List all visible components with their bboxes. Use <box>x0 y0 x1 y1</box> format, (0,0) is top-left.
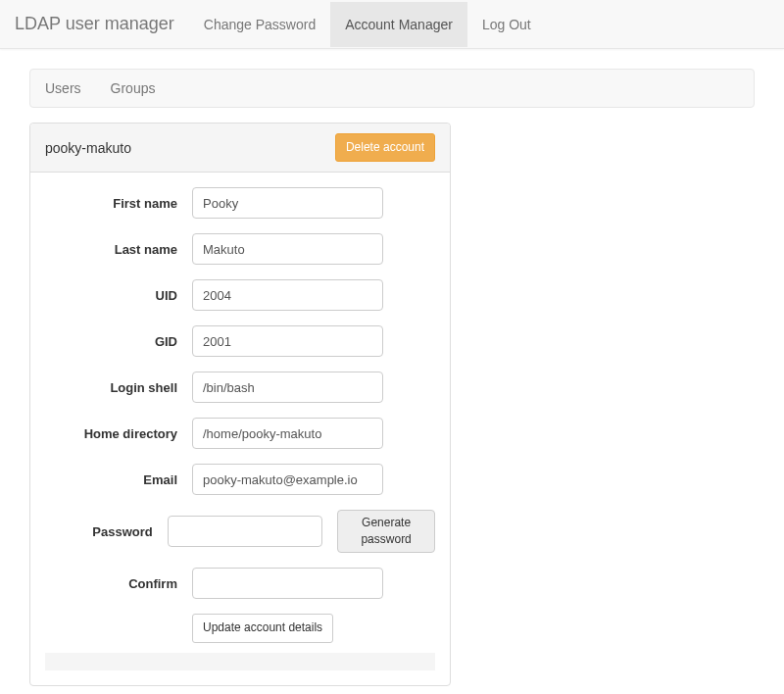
home-dir-input[interactable] <box>192 418 383 449</box>
label-home-dir: Home directory <box>45 426 192 441</box>
password-input[interactable] <box>168 516 323 547</box>
account-username: pooky-makuto <box>45 140 131 156</box>
top-navbar: LDAP user manager Change Password Accoun… <box>0 0 784 49</box>
first-name-input[interactable] <box>192 187 383 219</box>
uid-input[interactable] <box>192 279 383 311</box>
navbar-menu: Change Password Account Manager Log Out <box>189 2 546 47</box>
nav-account-manager[interactable]: Account Manager <box>330 2 467 47</box>
label-password: Password <box>45 524 168 539</box>
nav-log-out[interactable]: Log Out <box>467 2 546 47</box>
gid-input[interactable] <box>192 325 383 357</box>
brand: LDAP user manager <box>15 14 189 34</box>
last-name-input[interactable] <box>192 233 383 265</box>
label-confirm: Confirm <box>45 576 192 591</box>
label-gid: GID <box>45 334 192 349</box>
sub-navbar: Users Groups <box>29 69 755 108</box>
account-panel: pooky-makuto Delete account First name L… <box>29 123 451 686</box>
label-uid: UID <box>45 288 192 303</box>
subnav-groups[interactable]: Groups <box>96 71 171 106</box>
nav-change-password[interactable]: Change Password <box>189 2 330 47</box>
subnav-users[interactable]: Users <box>30 71 96 106</box>
blank-bar <box>45 653 435 670</box>
label-first-name: First name <box>45 196 192 211</box>
update-account-button[interactable]: Update account details <box>192 614 333 642</box>
account-panel-heading: pooky-makuto Delete account <box>30 124 450 173</box>
confirm-input[interactable] <box>192 568 383 599</box>
login-shell-input[interactable] <box>192 372 383 403</box>
email-input[interactable] <box>192 464 383 495</box>
delete-account-button[interactable]: Delete account <box>335 133 435 162</box>
label-login-shell: Login shell <box>45 380 192 395</box>
generate-password-button[interactable]: Generate password <box>337 510 435 553</box>
label-email: Email <box>45 472 192 487</box>
label-last-name: Last name <box>45 242 192 257</box>
